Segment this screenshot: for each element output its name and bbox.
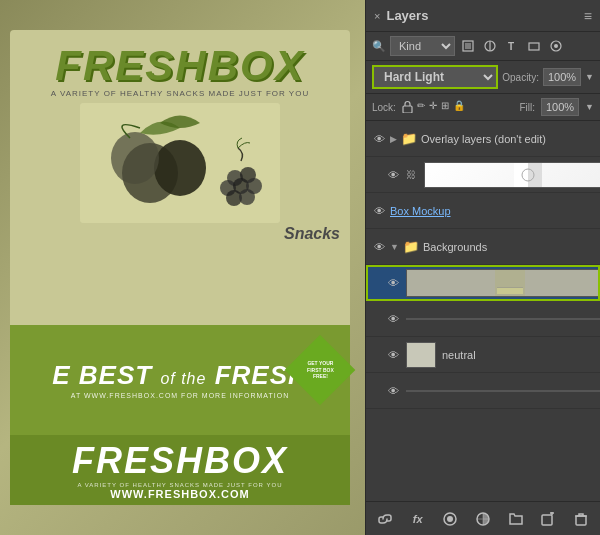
panel-header: × Layers ≡	[366, 0, 600, 32]
panel-bottom-toolbar: fx	[366, 501, 600, 535]
adjustment-layer-icon[interactable]	[472, 508, 494, 530]
visibility-icon-hue-sat[interactable]: 👁	[386, 168, 400, 182]
svg-point-10	[239, 189, 255, 205]
visibility-icon-white[interactable]: 👁	[386, 384, 400, 398]
smart-filter-icon[interactable]	[547, 37, 565, 55]
freshbox-top-text: FRESHBOX	[55, 45, 304, 87]
delete-layer-icon[interactable]	[570, 508, 592, 530]
search-icon: 🔍	[372, 40, 386, 53]
blend-mode-select[interactable]: Hard Light	[372, 65, 498, 89]
kind-row: 🔍 Kind T	[366, 32, 600, 61]
lock-image-icon[interactable]: ✏	[417, 100, 425, 115]
thumb-custom-color-copy	[406, 269, 600, 297]
svg-rect-32	[576, 516, 586, 525]
svg-point-27	[447, 516, 453, 522]
layer-custom-color[interactable]: 👁 Custom Color	[366, 301, 600, 337]
svg-rect-16	[529, 43, 539, 50]
fruit-illustration	[80, 103, 280, 223]
fill-value[interactable]: 100%	[541, 98, 579, 116]
thumb-hue-sat	[424, 162, 600, 188]
blend-row: Hard Light Opacity: 100% ▼	[366, 61, 600, 94]
panel-menu-icon[interactable]: ≡	[584, 8, 592, 24]
badge-text: GET YOURFIRST BOXFREE!	[307, 360, 334, 380]
www-text: WWW.FRESHBOX.COM	[110, 488, 249, 500]
opacity-dropdown-icon[interactable]: ▼	[585, 72, 594, 82]
visibility-icon-neutral[interactable]: 👁	[386, 348, 400, 362]
thumb-white	[406, 390, 600, 392]
type-filter-icon[interactable]: T	[503, 37, 521, 55]
visibility-icon-ccc[interactable]: 👁	[386, 276, 400, 290]
visibility-icon-cc[interactable]: 👁	[386, 312, 400, 326]
visibility-icon-overlay[interactable]: 👁	[372, 132, 386, 146]
layer-backgrounds[interactable]: 👁 ▼ 📁 Backgrounds	[366, 229, 600, 265]
image-panel: FRESHBOX A VARIETY OF HEALTHY SNACKS MAD…	[0, 0, 365, 535]
fx-icon[interactable]: fx	[407, 508, 429, 530]
lock-row: Lock: ✏ ✛ ⊞ 🔒 Fill: 100% ▼	[366, 94, 600, 121]
svg-point-18	[554, 44, 558, 48]
folder-icon-overlay: 📁	[401, 131, 417, 146]
pixel-filter-icon[interactable]	[459, 37, 477, 55]
layers-list[interactable]: 👁 ▶ 📁 Overlay layers (don't edit) 👁 ⛓ Hu…	[366, 121, 600, 501]
layer-hue-sat[interactable]: 👁 ⛓ Hue/Saturati...	[366, 157, 600, 193]
tagline-top-text: A VARIETY OF HEALTHY SNACKS MADE JUST FO…	[51, 89, 309, 98]
thumb-custom-color	[406, 318, 600, 320]
expand-arrow-backgrounds[interactable]: ▼	[390, 242, 399, 252]
svg-text:T: T	[508, 41, 514, 52]
lock-transparent-icon[interactable]	[402, 100, 413, 115]
layer-name-backgrounds: Backgrounds	[423, 241, 594, 253]
website-text: AT WWW.FRESHBOX.COM FOR MORE INFORMATION	[71, 392, 290, 399]
adjustment-filter-icon[interactable]	[481, 37, 499, 55]
link-layers-icon[interactable]	[374, 508, 396, 530]
layer-white[interactable]: 👁 white	[366, 373, 600, 409]
lock-position-icon[interactable]: ✛	[429, 100, 437, 115]
opacity-value[interactable]: 100%	[543, 68, 581, 86]
lock-label: Lock:	[372, 102, 396, 113]
chain-icon-hue-sat: ⛓	[406, 169, 416, 180]
snacks-text: Snacks	[284, 225, 340, 243]
new-layer-icon[interactable]	[537, 508, 559, 530]
freshbox-bottom-text: FRESHBOX	[72, 440, 288, 482]
svg-rect-21	[528, 163, 542, 187]
add-mask-icon[interactable]	[439, 508, 461, 530]
opacity-label: Opacity:	[502, 72, 539, 83]
layer-name-box-mockup: Box Mockup	[390, 205, 594, 217]
svg-rect-19	[403, 106, 412, 113]
svg-rect-29	[542, 515, 552, 525]
fill-dropdown-icon[interactable]: ▼	[585, 102, 594, 112]
fill-label: Fill:	[519, 102, 535, 113]
layer-name-neutral: neutral	[442, 349, 594, 361]
panel-close-icon[interactable]: ×	[374, 10, 380, 22]
shape-filter-icon[interactable]	[525, 37, 543, 55]
layer-overlay-layers[interactable]: 👁 ▶ 📁 Overlay layers (don't edit)	[366, 121, 600, 157]
new-group-icon[interactable]	[505, 508, 527, 530]
layer-name-overlay: Overlay layers (don't edit)	[421, 133, 594, 145]
layers-panel: × Layers ≡ 🔍 Kind T Hard Light Opac	[365, 0, 600, 535]
best-fresh-text: E BEST of the FRESH	[52, 361, 308, 390]
svg-point-2	[154, 140, 206, 196]
layer-neutral[interactable]: 👁 neutral	[366, 337, 600, 373]
layer-custom-color-copy[interactable]: 👁 Custom Color copy	[366, 265, 600, 301]
svg-rect-12	[465, 43, 471, 49]
folder-icon-backgrounds: 📁	[403, 239, 419, 254]
visibility-icon-box-mockup[interactable]: 👁	[372, 204, 386, 218]
lock-all-icon[interactable]: 🔒	[453, 100, 465, 115]
svg-rect-20	[514, 163, 528, 187]
lock-artboard-icon[interactable]: ⊞	[441, 100, 449, 115]
visibility-icon-backgrounds[interactable]: 👁	[372, 240, 386, 254]
svg-rect-25	[497, 288, 523, 294]
expand-arrow-overlay[interactable]: ▶	[390, 134, 397, 144]
layer-box-mockup[interactable]: 👁 Box Mockup	[366, 193, 600, 229]
thumb-neutral	[406, 342, 436, 368]
bottom-green: FRESHBOX A VARIETY OF HEALTHY SNACKS MAD…	[10, 435, 350, 505]
panel-title: Layers	[386, 8, 428, 23]
svg-point-3	[111, 132, 159, 184]
kind-select[interactable]: Kind	[390, 36, 455, 56]
lock-icons: ✏ ✛ ⊞ 🔒	[402, 100, 513, 115]
